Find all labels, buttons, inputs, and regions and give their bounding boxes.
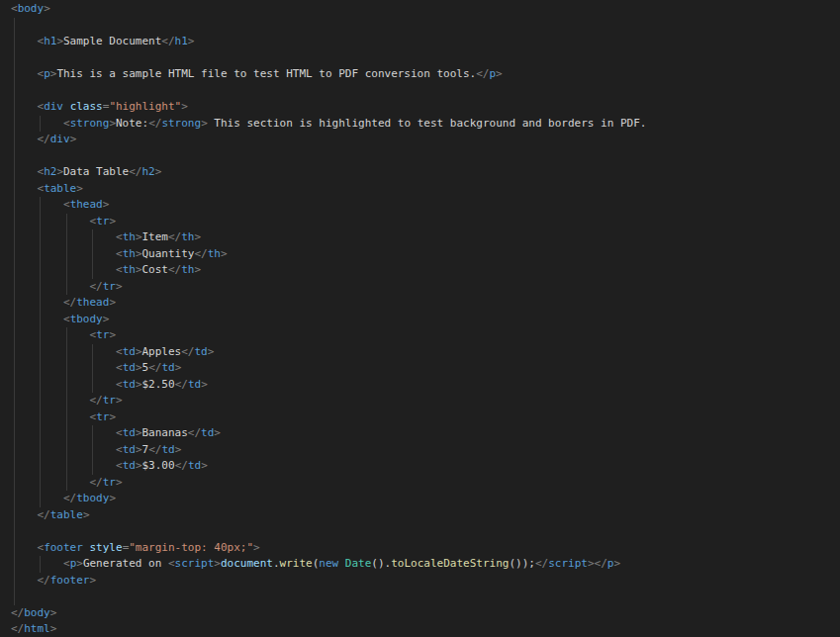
code-token: > <box>116 476 123 489</box>
code-line[interactable] <box>0 589 840 605</box>
code-line[interactable]: <td>Apples</td> <box>0 344 840 361</box>
code-line[interactable]: <div class="highlight"> <box>0 99 840 116</box>
code-line[interactable] <box>0 18 840 35</box>
code-token: tr <box>103 476 116 489</box>
code-line[interactable]: <td>$2.50</td> <box>0 377 840 394</box>
code-token: th <box>123 263 136 276</box>
code-line[interactable]: <h2>Data Table</h2> <box>0 164 840 181</box>
indent-guide <box>14 410 15 426</box>
indent-guide <box>40 360 41 377</box>
code-token: Cost <box>142 263 169 276</box>
code-line-text: <thead> <box>0 197 109 214</box>
code-line[interactable]: <tr> <box>0 327 840 344</box>
code-token: Quantity <box>142 247 195 260</box>
code-token: Item <box>142 230 169 243</box>
code-line[interactable]: <strong>Note:</strong> This section is h… <box>0 116 840 133</box>
code-token: > <box>136 345 142 358</box>
indent-guide <box>40 197 41 214</box>
code-token: td <box>188 459 201 472</box>
code-line[interactable]: </tr> <box>0 393 840 410</box>
code-line[interactable]: </footer> <box>0 573 840 590</box>
indent-guide <box>40 279 41 296</box>
code-line[interactable]: <th>Item</th> <box>0 229 840 246</box>
code-token: < <box>116 378 123 391</box>
indent-guide <box>40 295 41 312</box>
code-line[interactable]: </tr> <box>0 279 840 296</box>
code-token: . <box>273 557 280 570</box>
code-line-text: <strong>Note:</strong> This section is h… <box>0 116 646 133</box>
code-line[interactable]: <td>$3.00</td> <box>0 458 840 475</box>
code-token: tr <box>96 410 109 423</box>
code-line-text: </body> <box>0 605 56 622</box>
code-token: tr <box>103 280 116 293</box>
indent-guide <box>92 246 93 263</box>
code-token: tr <box>103 394 116 407</box>
code-line[interactable]: <th>Cost</th> <box>0 262 840 279</box>
code-line[interactable] <box>0 148 840 165</box>
code-token: body <box>24 606 50 619</box>
code-token: > <box>201 459 208 472</box>
indent-guide <box>40 214 41 230</box>
code-line[interactable]: </html> <box>0 621 840 637</box>
code-token: < <box>116 459 123 472</box>
code-token: > <box>253 541 260 554</box>
code-token: th <box>123 247 136 260</box>
indent-guide <box>40 116 41 133</box>
code-token: > <box>90 574 97 587</box>
code-line[interactable]: <td>Bananas</td> <box>0 425 840 442</box>
code-line[interactable]: </tbody> <box>0 491 840 507</box>
code-token: </ <box>161 35 174 47</box>
indent-guide <box>40 410 41 426</box>
code-token: > <box>70 133 77 145</box>
code-token: </ <box>595 557 607 570</box>
code-token: < <box>63 198 70 211</box>
code-token: write <box>280 557 313 570</box>
code-token: table <box>50 508 83 521</box>
code-token: > <box>56 35 63 47</box>
code-line-text: <tbody> <box>0 312 109 328</box>
code-line[interactable]: </thead> <box>0 295 840 312</box>
code-line[interactable] <box>0 83 840 100</box>
code-line[interactable]: <thead> <box>0 197 840 214</box>
code-editor[interactable]: <body><h1>Sample Document</h1><p>This is… <box>0 0 840 637</box>
indent-guide <box>14 132 15 148</box>
code-line[interactable]: <th>Quantity</th> <box>0 246 840 263</box>
indent-guide <box>14 475 15 492</box>
code-line[interactable]: <h1>Sample Document</h1> <box>0 34 840 50</box>
code-line[interactable]: </div> <box>0 132 840 148</box>
code-token: div <box>50 133 70 145</box>
code-line[interactable] <box>0 523 840 540</box>
code-token: td <box>123 361 136 374</box>
code-line[interactable]: <body> <box>0 1 840 18</box>
indent-guide <box>14 377 15 394</box>
indent-guide <box>40 393 41 410</box>
indent-guide <box>66 425 67 442</box>
indent-guide <box>14 214 15 230</box>
code-line[interactable] <box>0 50 840 67</box>
code-token: </ <box>168 263 181 276</box>
code-line[interactable]: <p>Generated on <script>document.write(n… <box>0 556 840 573</box>
code-line[interactable]: <table> <box>0 181 840 198</box>
indent-guide <box>14 295 15 312</box>
code-line-text: </thead> <box>0 295 116 312</box>
code-token: h2 <box>44 165 56 178</box>
code-line[interactable]: <tr> <box>0 410 840 426</box>
code-line[interactable]: </tr> <box>0 475 840 492</box>
code-line[interactable]: <tr> <box>0 214 840 230</box>
code-token: style <box>90 541 123 554</box>
indent-guide <box>14 360 15 377</box>
code-line[interactable]: </table> <box>0 507 840 524</box>
code-line[interactable]: <td>5</td> <box>0 360 840 377</box>
code-token: < <box>116 426 123 439</box>
indent-guide <box>40 262 41 279</box>
code-line[interactable]: <tbody> <box>0 312 840 328</box>
code-line[interactable]: </body> <box>0 605 840 622</box>
code-line[interactable]: <td>7</td> <box>0 442 840 459</box>
code-token: Sample Document <box>63 35 161 47</box>
code-token: td <box>201 426 214 439</box>
code-line[interactable]: <footer style="margin-top: 40px;"> <box>0 540 840 557</box>
indent-guide <box>14 34 15 50</box>
indent-guide <box>40 312 41 328</box>
code-line[interactable]: <p>This is a sample HTML file to test HT… <box>0 66 840 83</box>
code-token: td <box>123 443 136 456</box>
